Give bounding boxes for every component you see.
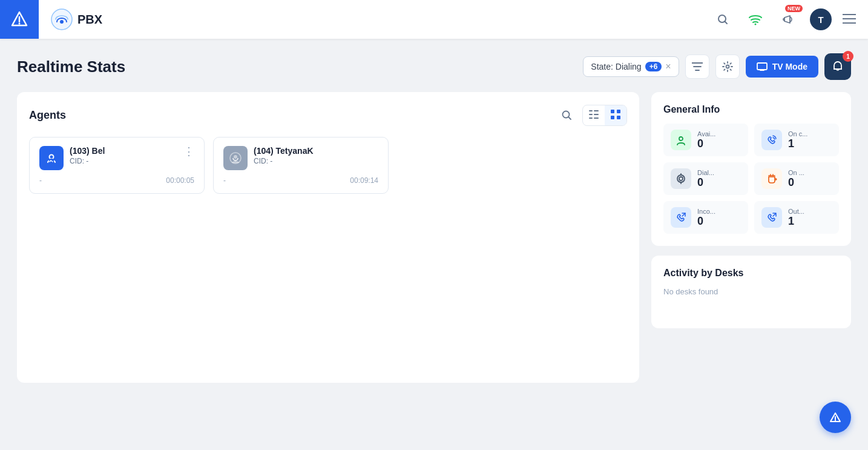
stat-on-break: On ... 0 — [754, 162, 839, 195]
agent-card-header: (104) TetyanaK CID: - ⋮ — [223, 146, 378, 170]
stat-value: 0 — [697, 215, 715, 228]
available-icon — [671, 130, 691, 150]
agent-info: (104) TetyanaK CID: - — [254, 146, 361, 165]
stat-dialing: Dial... 0 — [663, 162, 748, 195]
stat-outgoing: Out... 1 — [754, 201, 839, 234]
svg-rect-14 — [757, 63, 767, 70]
tv-mode-button[interactable]: TV Mode — [746, 56, 818, 78]
top-nav: PBX new T — [0, 0, 868, 39]
agent-status: - — [39, 176, 42, 185]
svg-point-2 — [19, 23, 21, 25]
agent-info: (103) Bel CID: - — [70, 146, 177, 165]
agent-card-header: (103) Bel CID: - ⋮ — [39, 146, 194, 170]
agent-time: 00:00:05 — [166, 176, 194, 185]
svg-point-6 — [755, 24, 757, 25]
svg-rect-27 — [611, 116, 614, 119]
stat-label: Dial... — [697, 169, 714, 176]
stat-available: Avai... 0 — [663, 124, 748, 156]
announcements-button[interactable]: new — [777, 8, 799, 30]
stat-label: On ... — [788, 169, 804, 176]
right-column: General Info Avai... 0 — [651, 92, 851, 328]
new-badge: new — [785, 5, 803, 12]
stat-info: Out... 1 — [788, 208, 804, 228]
on-call-icon — [761, 130, 782, 150]
agent-card: (104) TetyanaK CID: - ⋮ - 00:09:14 — [213, 137, 389, 194]
stat-label: Inco... — [697, 208, 715, 215]
stat-value: 0 — [788, 176, 804, 189]
page-title: Realtime Stats — [17, 58, 125, 76]
agent-footer: - 00:00:05 — [39, 174, 194, 185]
agent-name: (103) Bel — [70, 146, 177, 156]
svg-point-36 — [679, 177, 683, 180]
agent-footer: - 00:09:14 — [223, 174, 378, 185]
stat-info: On ... 0 — [788, 169, 804, 189]
agent-menu-button[interactable]: ⋮ — [183, 146, 194, 157]
app-title: PBX — [77, 13, 102, 27]
page-header: Realtime Stats State: Dialing +6 × — [17, 53, 851, 80]
grid-view-button[interactable] — [605, 105, 626, 125]
svg-point-4 — [60, 20, 64, 24]
agent-cid: CID: - — [70, 157, 177, 165]
agents-search-button[interactable] — [556, 104, 577, 126]
agent-icon — [39, 146, 64, 170]
notifications-button[interactable]: 1 — [824, 53, 851, 80]
no-desks-label: No desks found — [663, 287, 839, 296]
notif-count: 1 — [843, 51, 853, 62]
agents-panel-header: Agents — [29, 104, 627, 126]
agents-title: Agents — [29, 109, 66, 122]
user-avatar[interactable]: T — [810, 8, 832, 30]
svg-rect-23 — [589, 117, 593, 119]
wifi-status-button[interactable] — [745, 8, 766, 30]
hamburger-menu[interactable] — [843, 13, 856, 26]
svg-point-32 — [234, 155, 237, 159]
svg-rect-25 — [611, 110, 614, 113]
svg-rect-28 — [617, 116, 620, 119]
svg-point-34 — [679, 137, 683, 141]
pbx-logo: PBX — [51, 8, 102, 30]
settings-button[interactable] — [715, 55, 740, 79]
agents-grid: (103) Bel CID: - ⋮ - 00:00:05 — [29, 137, 627, 194]
general-info-panel: General Info Avai... 0 — [651, 92, 851, 246]
agent-time: 00:09:14 — [350, 176, 378, 185]
incoming-icon — [671, 207, 691, 228]
agent-icon — [223, 146, 248, 170]
stat-label: Avai... — [697, 130, 715, 137]
stat-info: On c... 1 — [788, 130, 807, 150]
filter-options-button[interactable] — [685, 55, 709, 79]
header-actions: State: Dialing +6 × — [583, 53, 851, 80]
app-logo — [0, 0, 39, 39]
agent-name: (104) TetyanaK — [254, 146, 361, 156]
stat-value: 0 — [697, 176, 714, 189]
svg-rect-20 — [594, 110, 599, 111]
agent-cid: CID: - — [254, 157, 361, 165]
stat-label: On c... — [788, 130, 807, 137]
stat-incoming: Inco... 0 — [663, 201, 748, 234]
list-view-button[interactable] — [583, 105, 605, 125]
agents-column: Agents — [17, 92, 639, 383]
svg-point-3 — [51, 9, 72, 30]
svg-rect-21 — [589, 114, 593, 115]
filter-label: State: Dialing — [591, 62, 641, 71]
general-info-title: General Info — [663, 104, 839, 115]
agents-panel: Agents — [17, 92, 639, 383]
calls-stats: Inco... 0 Out... 1 — [663, 201, 839, 234]
stats-grid: Avai... 0 On c.. — [663, 124, 839, 195]
agent-menu-button[interactable]: ⋮ — [367, 146, 378, 157]
nav-icons: new T — [712, 8, 856, 30]
activity-by-desks-panel: Activity by Desks No desks found — [651, 256, 851, 328]
stat-on-call: On c... 1 — [754, 124, 839, 156]
stat-label: Out... — [788, 208, 804, 215]
agent-card: (103) Bel CID: - ⋮ - 00:00:05 — [29, 137, 205, 194]
stat-info: Inco... 0 — [697, 208, 715, 228]
agents-actions — [556, 104, 627, 126]
svg-rect-19 — [589, 110, 593, 111]
content-grid: Agents — [17, 92, 851, 383]
stat-value: 0 — [697, 137, 715, 150]
search-button[interactable] — [712, 8, 734, 30]
dialing-icon — [671, 168, 691, 189]
tv-mode-label: TV Mode — [772, 62, 807, 71]
filter-close-button[interactable]: × — [665, 62, 671, 71]
filter-tag: State: Dialing +6 × — [583, 56, 679, 77]
activity-by-desks-title: Activity by Desks — [663, 268, 839, 279]
svg-point-35 — [677, 175, 685, 182]
